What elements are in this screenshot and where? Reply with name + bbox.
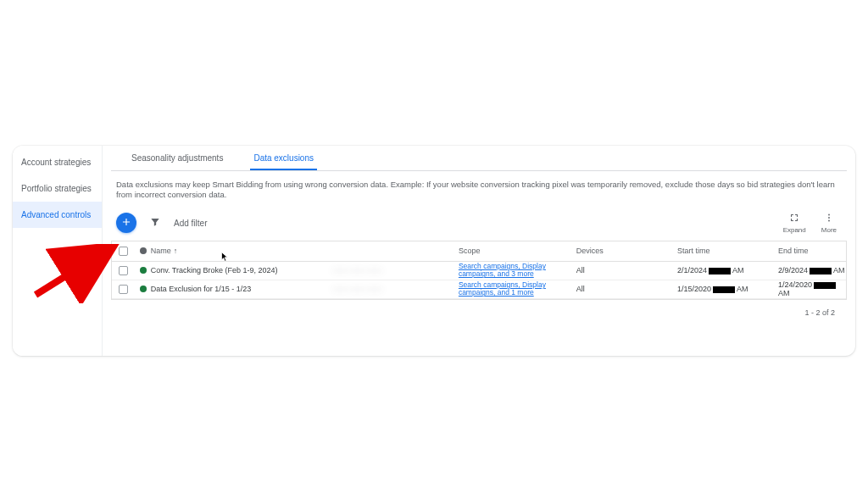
page-description: Data exclusions may keep Smart Bidding f… [111,171,847,209]
row-start-time: 1/15/2020AM [677,285,778,293]
sidebar: Account strategies Portfolio strategies … [13,146,103,356]
tab-seasonality-adjustments[interactable]: Seasonality adjustments [128,147,226,170]
tabs: Seasonality adjustments Data exclusions [111,146,847,171]
redacted-time [814,282,836,289]
sidebar-item-advanced-controls[interactable]: Advanced controls [13,202,102,228]
redacted-time [810,268,832,274]
expand-icon [789,213,799,225]
main-content: Seasonality adjustments Data exclusions … [103,146,855,356]
blurred-cell: —— —— —— [332,285,382,293]
row-end-time: 1/24/2020AM [778,280,846,297]
expand-button[interactable]: Expand [783,213,806,234]
filter-button[interactable] [148,216,162,230]
filter-icon [149,216,161,230]
sort-asc-icon: ↑ [174,247,178,255]
pagination: 1 - 2 of 2 [111,300,847,325]
status-dot-enabled [140,286,147,292]
tab-data-exclusions[interactable]: Data exclusions [250,147,317,170]
add-filter-input[interactable]: Add filter [174,219,771,228]
redacted-time [713,286,735,293]
status-column-icon[interactable] [140,247,147,254]
scope-link[interactable]: Search campaigns, Display campaigns, and… [459,281,576,297]
status-dot-enabled [140,267,147,274]
column-header-end[interactable]: End time [778,247,846,255]
sidebar-item-account-strategies[interactable]: Account strategies [13,149,102,175]
table-row: Conv. Tracking Broke (Feb 1-9, 2024) —— … [112,262,846,280]
scope-link[interactable]: Search campaigns, Display campaigns, and… [459,263,576,279]
column-header-start[interactable]: Start time [677,247,778,255]
blurred-cell: —— —— —— [332,266,382,274]
row-start-time: 2/1/2024AM [677,266,778,274]
row-name[interactable]: Conv. Tracking Broke (Feb 1-9, 2024) [151,266,332,274]
column-header-name[interactable]: Name↑ [151,247,332,255]
row-name[interactable]: Data Exclusion for 1/15 - 1/23 [151,285,332,293]
plus-icon [120,216,132,230]
sidebar-item-portfolio-strategies[interactable]: Portfolio strategies [13,175,102,202]
redacted-time [709,268,731,274]
select-all-checkbox[interactable] [119,247,128,256]
data-table: Name↑ Scope Devices Start time End time … [111,241,847,300]
more-icon [824,213,834,225]
row-end-time: 2/9/2024AM [778,266,846,274]
row-checkbox[interactable] [119,266,128,275]
svg-point-2 [828,219,830,221]
row-devices: All [576,285,677,293]
table-row: Data Exclusion for 1/15 - 1/23 —— —— —— … [112,280,846,299]
table-header: Name↑ Scope Devices Start time End time [112,241,846,262]
svg-point-1 [828,217,830,219]
more-label: More [821,226,837,234]
row-devices: All [576,266,677,274]
add-button[interactable] [116,213,136,233]
column-header-devices[interactable]: Devices [576,247,677,255]
main-panel: Account strategies Portfolio strategies … [13,146,855,356]
column-header-scope[interactable]: Scope [459,247,576,255]
row-checkbox[interactable] [119,285,128,294]
toolbar: Add filter Expand More [111,209,847,241]
svg-point-0 [828,214,830,215]
expand-label: Expand [783,226,806,234]
more-button[interactable]: More [821,213,837,234]
